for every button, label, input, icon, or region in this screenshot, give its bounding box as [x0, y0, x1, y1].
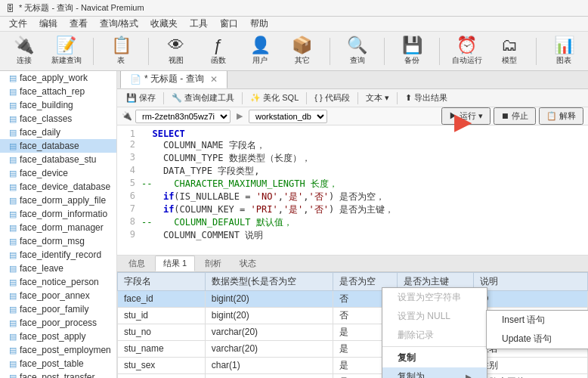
menu-item-查询/格式[interactable]: 查询/格式: [94, 16, 144, 32]
toolbar-btn-user[interactable]: 👤用户: [242, 35, 278, 68]
sidebar-item-face_dorm_msg[interactable]: ▤face_dorm_msg: [0, 234, 116, 248]
separator: [163, 92, 164, 104]
result-tabs: 信息结果 1剖析状态: [117, 256, 588, 272]
sidebar-item-face_database[interactable]: ▤face_database: [0, 139, 116, 153]
code-line: 7 if(COLUMN_KEY = 'PRI','是','否') 是否为主键，: [120, 203, 585, 216]
query-builder-button[interactable]: 🔧 查询创建工具: [167, 91, 239, 105]
result-tab-剖析[interactable]: 剖析: [197, 256, 230, 271]
code-snippet-button[interactable]: { } 代码段: [310, 91, 354, 105]
explain-button[interactable]: 📋 解释: [539, 107, 583, 125]
code-line: 6 if(IS_NULLABLE = 'NO','是','否') 是否为空，: [120, 191, 585, 203]
code-text: COLUMN_COMMENT 说明: [141, 229, 263, 242]
sidebar-item-face_post_apply[interactable]: ▤face_post_apply: [0, 330, 116, 343]
toolbar-btn-other[interactable]: 📦其它: [284, 35, 320, 68]
query-tab[interactable]: 📄 * 无标题 - 查询 ✕: [120, 71, 227, 88]
sidebar-label: face_apply_work: [20, 73, 88, 83]
toolbar: 🔌连接📝新建查询📋表👁视图ƒ函数👤用户📦其它🔍查询💾备份⏰自动运行🗂模型📊图表: [0, 32, 588, 71]
sidebar-item-face_notice_person[interactable]: ▤face_notice_person: [0, 275, 116, 289]
sidebar-item-face_poor_family[interactable]: ▤face_poor_family: [0, 302, 116, 316]
sidebar-item-face_daily[interactable]: ▤face_daily: [0, 125, 116, 139]
toolbar-btn-connect[interactable]: 🔌连接: [6, 35, 42, 68]
sidebar-item-face_post_employmen[interactable]: ▤face_post_employmen: [0, 343, 116, 357]
export-results-button[interactable]: ⬆ 导出结果: [401, 91, 452, 105]
line-number: 1: [120, 129, 135, 139]
table-icon: ▤: [9, 373, 17, 379]
sidebar-item-face_building[interactable]: ▤face_building: [0, 98, 116, 112]
ctx-item-copy-as[interactable]: 复制为▶: [382, 367, 487, 378]
menu-item-帮助[interactable]: 帮助: [244, 16, 274, 32]
result-tab-结果 1[interactable]: 结果 1: [155, 256, 195, 271]
toolbar-btn-model[interactable]: 🗂模型: [491, 35, 528, 68]
toolbar-btn-autorun[interactable]: ⏰自动运行: [449, 35, 485, 68]
ctx-item-set-null[interactable]: 设置为 NULL: [382, 307, 487, 326]
toolbar-btn-function[interactable]: ƒ函数: [200, 35, 237, 68]
database-select[interactable]: workstation_db: [249, 110, 327, 123]
table-row[interactable]: picture_id varchar(100) 是 否 人脸库图片ID: [118, 373, 588, 378]
connection-select[interactable]: rm-2zetn83n05wz7i: [135, 110, 231, 123]
sidebar-item-face_poor_annex[interactable]: ▤face_poor_annex: [0, 289, 116, 302]
toolbar-btn-query[interactable]: 🔍查询: [339, 35, 376, 68]
subcm-item-update-stmt[interactable]: Update 语句: [487, 330, 588, 349]
sidebar-label: face_daily: [20, 127, 60, 138]
toolbar-btn-view[interactable]: 👁视图: [158, 35, 194, 68]
sidebar-item-face_leave[interactable]: ▤face_leave: [0, 262, 116, 275]
table-row[interactable]: stu_sex char(1) 是 否 性别: [118, 357, 588, 373]
context-menu: 设置为空字符串设置为 NULL删除记录复制复制为▶粘贴显示▶: [382, 287, 487, 378]
result-tab-信息[interactable]: 信息: [120, 256, 153, 271]
sidebar-label: face_leave: [20, 263, 63, 274]
sidebar-label: face_database: [20, 141, 79, 151]
toolbar-btn-new-query[interactable]: 📝新建查询: [48, 35, 85, 68]
sidebar-item-face_database_stu[interactable]: ▤face_database_stu: [0, 153, 116, 166]
ctx-item-delete-record[interactable]: 删除记录: [382, 326, 487, 345]
sidebar-item-face_dorm_manager[interactable]: ▤face_dorm_manager: [0, 221, 116, 234]
line-number: 5: [120, 178, 135, 191]
menu-item-窗口[interactable]: 窗口: [214, 16, 244, 32]
other-label: 其它: [295, 55, 310, 66]
sidebar-item-face_post_transfer[interactable]: ▤face_post_transfer: [0, 370, 116, 378]
table-icon: ▤: [9, 141, 17, 151]
sidebar-item-face_classes[interactable]: ▤face_classes: [0, 112, 116, 125]
sidebar-item-face_attach_rep[interactable]: ▤face_attach_rep: [0, 85, 116, 98]
text-button[interactable]: 文本 ▾: [361, 91, 394, 105]
sidebar-item-face_device[interactable]: ▤face_device: [0, 166, 116, 180]
sidebar-item-face_post_table[interactable]: ▤face_post_table: [0, 357, 116, 370]
code-text: -- CHARACTER_MAXIMUM_LENGTH 长度，: [141, 178, 338, 191]
menu-item-收藏夹[interactable]: 收藏夹: [144, 16, 184, 32]
toolbar-btn-chart[interactable]: 📊图表: [546, 35, 582, 68]
table-icon: ▤: [9, 223, 17, 233]
menu-item-工具[interactable]: 工具: [184, 16, 214, 32]
menu-item-文件[interactable]: 文件: [3, 16, 33, 32]
menu-item-查看[interactable]: 查看: [63, 16, 94, 32]
menu-item-编辑[interactable]: 编辑: [33, 16, 63, 32]
sidebar-item-face_identify_record[interactable]: ▤face_identify_record: [0, 248, 116, 262]
cell-field: stu_no: [118, 324, 206, 340]
code-editor[interactable]: 1 SELECT2 COLUMN_NAME 字段名，3 COLUMN_TYPE …: [117, 125, 588, 256]
sidebar-item-face_device_database[interactable]: ▤face_device_database: [0, 180, 116, 194]
save-button[interactable]: 💾 保存: [122, 91, 160, 105]
autorun-label: 自动运行: [452, 55, 482, 66]
sidebar-item-face_apply_work[interactable]: ▤face_apply_work: [0, 71, 116, 85]
toolbar-btn-table[interactable]: 📋表: [103, 35, 139, 68]
ctx-item-set-empty[interactable]: 设置为空字符串: [382, 288, 487, 307]
result-tab-状态[interactable]: 状态: [231, 256, 265, 271]
table-row[interactable]: face_id bigint(20) 否 是 ID: [118, 290, 588, 307]
ctx-item-copy[interactable]: 复制: [382, 349, 487, 367]
query-toolbar: 💾 保存 🔧 查询创建工具 ✨ 美化 SQL { } 代码段 文本 ▾ ⬆ 导出…: [117, 89, 588, 107]
table-icon: ▤: [9, 73, 17, 83]
sidebar-item-face_dorm_apply_file[interactable]: ▤face_dorm_apply_file: [0, 194, 116, 207]
tab-close-icon[interactable]: ✕: [210, 74, 218, 85]
sidebar-item-face_poor_process[interactable]: ▤face_poor_process: [0, 316, 116, 330]
ctx-label: 复制为: [398, 370, 425, 378]
sidebar-label: face_dorm_manager: [20, 222, 104, 233]
code-text: if(IS_NULLABLE = 'NO','是','否') 是否为空，: [141, 191, 385, 203]
beautify-sql-button[interactable]: ✨ 美化 SQL: [246, 91, 303, 105]
cell-type: varchar(20): [205, 340, 333, 357]
subcm-item-insert-stmt[interactable]: Insert 语句: [487, 311, 588, 330]
table-icon: ▤: [9, 305, 17, 314]
ctx-label: 设置为 NULL: [398, 310, 450, 323]
table-icon: ▤: [9, 169, 17, 178]
toolbar-btn-backup[interactable]: 💾备份: [394, 35, 430, 68]
cell-field: face_id: [118, 290, 206, 307]
stop-button[interactable]: ⏹ 停止: [494, 107, 536, 125]
sidebar-item-face_dorm_informatio[interactable]: ▤face_dorm_informatio: [0, 207, 116, 221]
